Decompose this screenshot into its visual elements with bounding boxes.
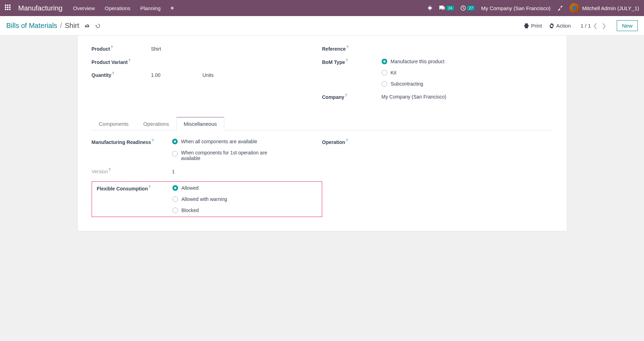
operation-label: Operation?: [322, 139, 382, 145]
action-button[interactable]: Action: [549, 23, 571, 29]
help-icon[interactable]: ?: [112, 72, 114, 75]
company-label: Company?: [322, 94, 382, 100]
help-icon[interactable]: ?: [346, 139, 348, 143]
flex-consumption-label: Flexible Consumption?: [97, 185, 172, 191]
cloud-upload-icon[interactable]: [84, 23, 90, 28]
message-badge: 24: [446, 6, 454, 10]
print-icon: [524, 23, 529, 29]
radio-checked-icon: [382, 59, 387, 64]
discard-icon[interactable]: [95, 23, 101, 29]
breadcrumb: Bills of Materials / Shirt: [6, 22, 79, 30]
help-icon[interactable]: ?: [149, 185, 151, 189]
radio-checked-icon: [172, 185, 178, 191]
radio-icon: [382, 81, 387, 87]
help-icon[interactable]: ?: [128, 59, 130, 63]
user-menu[interactable]: 👤 Mitchell Admin (JULY_1): [569, 3, 639, 13]
radio-icon: [172, 151, 178, 157]
debug-icon[interactable]: [427, 5, 433, 11]
print-button[interactable]: Print: [524, 23, 542, 29]
tab-miscellaneous[interactable]: Miscellaneous: [176, 117, 224, 130]
radio-icon: [382, 70, 387, 75]
help-icon[interactable]: ?: [346, 45, 348, 49]
tabs: Components Operations Miscellaneous: [92, 117, 553, 130]
product-value[interactable]: Shirt: [151, 46, 322, 52]
tab-operations[interactable]: Operations: [136, 117, 176, 130]
activities-icon[interactable]: 27: [460, 5, 475, 11]
help-icon[interactable]: ?: [345, 94, 347, 97]
company-value[interactable]: My Company (San Francisco): [382, 94, 553, 100]
svg-point-0: [429, 7, 431, 9]
help-icon[interactable]: ?: [152, 139, 154, 143]
activity-badge: 27: [467, 6, 475, 10]
print-label: Print: [531, 23, 542, 29]
variant-label: Product Variant?: [92, 59, 151, 65]
new-button[interactable]: New: [617, 20, 638, 31]
control-panel: Bills of Materials / Shirt Print Action …: [0, 16, 644, 36]
quantity-unit[interactable]: Units: [203, 72, 214, 78]
nav-operations[interactable]: Operations: [105, 5, 130, 11]
messaging-icon[interactable]: 24: [439, 5, 454, 11]
form-sheet: Product? Shirt Product Variant? Quantity…: [77, 36, 567, 231]
action-label: Action: [556, 23, 571, 29]
company-switcher[interactable]: My Company (San Francisco): [481, 5, 550, 11]
reference-label: Reference?: [322, 45, 382, 52]
svg-line-4: [431, 7, 432, 7]
bom-type-label: BoM Type?: [322, 59, 382, 65]
bom-type-kit[interactable]: Kit: [382, 70, 553, 75]
breadcrumb-root[interactable]: Bills of Materials: [6, 22, 57, 30]
flexible-consumption-highlight: Flexible Consumption? Allowed Allowed wi…: [92, 181, 322, 217]
gear-icon: [549, 23, 554, 29]
pager-prev-icon[interactable]: ❮: [593, 22, 597, 29]
flex-allowed-warning[interactable]: Allowed with warning: [172, 196, 317, 202]
user-name: Mitchell Admin (JULY_1): [582, 5, 639, 11]
flex-allowed[interactable]: Allowed: [172, 185, 317, 191]
radio-checked-icon: [172, 139, 178, 144]
help-icon[interactable]: ?: [346, 59, 348, 63]
tools-icon[interactable]: [557, 5, 563, 11]
avatar: 👤: [569, 3, 579, 13]
nav-overview[interactable]: Overview: [73, 5, 95, 11]
svg-line-6: [431, 9, 432, 9]
pager-value[interactable]: 1 / 1: [581, 23, 591, 29]
svg-line-5: [428, 9, 429, 9]
topbar: Manufacturing Overview Operations Planni…: [0, 0, 644, 16]
nav-new-menu[interactable]: +: [170, 5, 174, 12]
breadcrumb-separator: /: [60, 22, 62, 30]
radio-icon: [172, 208, 178, 213]
apps-grid-icon[interactable]: [5, 5, 12, 12]
flex-blocked[interactable]: Blocked: [172, 208, 317, 213]
app-title[interactable]: Manufacturing: [18, 4, 63, 12]
readiness-all-available[interactable]: When all components are available: [172, 139, 322, 144]
bom-type-manufacture[interactable]: Manufacture this product: [382, 59, 553, 64]
pager: 1 / 1 ❮ ❯: [581, 22, 608, 29]
help-icon[interactable]: ?: [108, 168, 111, 172]
svg-line-3: [428, 7, 429, 7]
readiness-first-op[interactable]: When components for 1st operation are av…: [172, 150, 322, 161]
breadcrumb-current: Shirt: [65, 22, 79, 30]
pager-next-icon[interactable]: ❯: [602, 22, 606, 29]
version-value: 1: [172, 169, 322, 174]
nav-planning[interactable]: Planning: [140, 5, 161, 11]
version-label: Version?: [92, 168, 172, 174]
product-label: Product?: [92, 45, 151, 52]
bom-type-subcontracting[interactable]: Subcontracting: [382, 81, 553, 87]
quantity-value[interactable]: 1.00: [151, 72, 161, 78]
quantity-label: Quantity?: [92, 72, 151, 78]
radio-icon: [172, 196, 178, 202]
readiness-label: Manufacturing Readiness?: [92, 139, 172, 145]
tab-components[interactable]: Components: [92, 117, 136, 130]
help-icon[interactable]: ?: [111, 45, 113, 49]
